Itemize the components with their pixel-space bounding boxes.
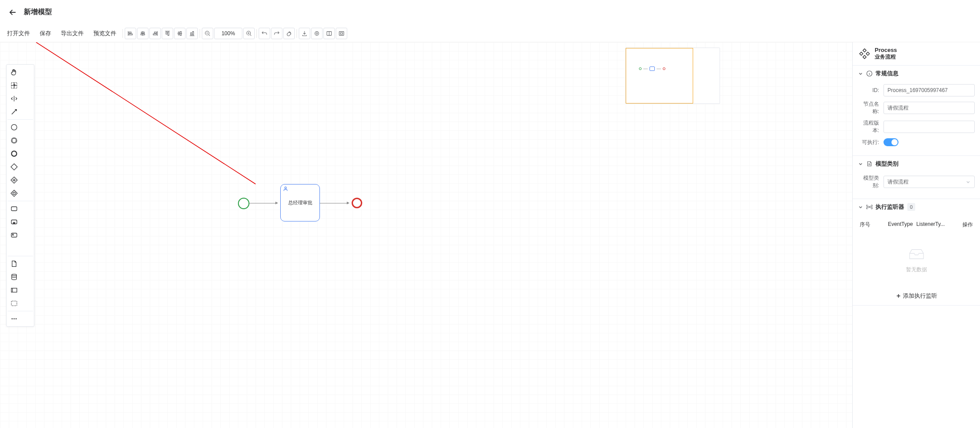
category-select[interactable]: 请假流程 [883, 176, 975, 188]
align-top-button[interactable] [162, 28, 173, 39]
download-image-button[interactable] [299, 28, 310, 39]
version-input[interactable] [883, 121, 975, 133]
space-tool[interactable] [7, 92, 21, 105]
save-button[interactable]: 保存 [35, 28, 56, 39]
hand-tool[interactable] [7, 66, 21, 79]
lasso-tool[interactable] [7, 79, 21, 92]
props-title: Process [875, 47, 897, 53]
bpmn-end-event[interactable] [352, 198, 362, 208]
view-xml-button[interactable] [311, 28, 323, 39]
data-store-tool[interactable] [7, 270, 21, 284]
preview-file-button[interactable]: 预览文件 [89, 28, 121, 39]
version-label: 流程版本: [858, 119, 883, 134]
data-object-tool[interactable] [7, 257, 21, 270]
minimap[interactable] [625, 48, 720, 104]
section-toggle-general[interactable]: 常规信息 [853, 66, 980, 81]
pool-tool[interactable] [7, 284, 21, 297]
more-tools[interactable] [7, 312, 21, 325]
start-event-tool[interactable] [7, 121, 21, 134]
svg-point-21 [12, 274, 17, 276]
gateway-circle-tool[interactable] [7, 187, 21, 200]
section-toggle-listener[interactable]: 执行监听器 0 [853, 199, 980, 215]
svg-point-2 [315, 31, 319, 35]
name-label: 节点名称: [858, 100, 883, 115]
col-type: ListenerTy... [915, 221, 947, 229]
col-event: EventType [886, 221, 915, 229]
svg-point-24 [11, 318, 13, 320]
annotation-arrow [0, 42, 264, 188]
align-left-button[interactable] [125, 28, 136, 39]
table-header: 序号 EventType ListenerTy... 操作 [858, 218, 975, 232]
export-file-button[interactable]: 导出文件 [56, 28, 88, 39]
props-subtitle: 业务流程 [875, 53, 897, 61]
executable-switch[interactable] [883, 138, 898, 146]
intermediate-event-tool[interactable] [7, 134, 21, 147]
svg-point-3 [316, 33, 318, 34]
connect-tool[interactable] [7, 105, 21, 118]
svg-point-25 [14, 318, 15, 320]
bpmn-canvas[interactable]: 总经理审批 [0, 42, 852, 428]
svg-point-26 [15, 318, 17, 320]
col-index: 序号 [858, 221, 886, 229]
undo-button[interactable] [259, 28, 270, 39]
svg-point-27 [285, 187, 286, 188]
user-icon [282, 186, 289, 192]
svg-rect-6 [340, 33, 342, 34]
zoom-out-button[interactable] [202, 28, 213, 39]
empty-text: 暂无数据 [858, 266, 975, 273]
id-label: ID: [858, 87, 883, 93]
svg-point-29 [869, 207, 870, 208]
process-icon [859, 48, 870, 59]
subprocess-tool[interactable] [7, 215, 21, 229]
task-label: 总经理审批 [288, 199, 312, 206]
bpmn-start-event[interactable] [238, 198, 249, 209]
empty-state: 暂无数据 [858, 232, 975, 281]
empty-icon [907, 248, 926, 261]
section-title-general: 常规信息 [876, 70, 898, 77]
toggle-minimap-button[interactable] [323, 28, 335, 39]
end-event-tool[interactable] [7, 147, 21, 160]
col-op: 操作 [947, 221, 975, 229]
chevron-down-icon [858, 71, 863, 76]
simulate-button[interactable] [336, 28, 347, 39]
shape-palette [6, 64, 34, 327]
svg-rect-23 [11, 301, 17, 306]
document-icon [866, 161, 872, 167]
bpmn-sequence-flow[interactable] [249, 203, 278, 203]
section-title-listener: 执行监听器 [876, 203, 904, 211]
listener-count-badge: 0 [907, 203, 915, 211]
svg-rect-22 [11, 288, 17, 292]
align-bottom-button[interactable] [186, 28, 198, 39]
chevron-down-icon [965, 179, 971, 184]
zoom-in-button[interactable] [243, 28, 255, 39]
back-arrow-icon[interactable] [8, 7, 18, 17]
clear-button[interactable] [283, 28, 295, 39]
task-tool[interactable] [7, 202, 21, 215]
open-file-button[interactable]: 打开文件 [3, 28, 34, 39]
redo-button[interactable] [271, 28, 282, 39]
align-center-h-button[interactable] [137, 28, 148, 39]
page-title: 新增模型 [24, 7, 52, 17]
bpmn-user-task[interactable]: 总经理审批 [280, 184, 320, 221]
toolbar: 打开文件 保存 导出文件 预览文件 100% [0, 25, 980, 42]
align-center-v-button[interactable] [174, 28, 186, 39]
broadcast-icon [866, 204, 872, 210]
chevron-down-icon [858, 161, 863, 166]
align-right-button[interactable] [149, 28, 161, 39]
group-tool[interactable] [7, 297, 21, 310]
name-input[interactable] [883, 102, 975, 114]
add-listener-button[interactable]: 添加执行监听 [853, 287, 980, 305]
svg-point-15 [13, 192, 15, 194]
add-listener-label: 添加执行监听 [903, 292, 937, 300]
svg-line-7 [36, 42, 256, 184]
plus-icon [896, 293, 901, 299]
user-task-tool[interactable] [7, 229, 21, 242]
svg-rect-5 [339, 31, 344, 35]
gateway-tool[interactable] [7, 160, 21, 173]
section-toggle-category[interactable]: 模型类别 [853, 156, 980, 172]
executable-label: 可执行: [858, 139, 883, 146]
id-input[interactable] [883, 84, 975, 96]
gateway-plus-tool[interactable] [7, 173, 21, 187]
properties-panel: Process 业务流程 常规信息 ID: 节点名称: [852, 42, 980, 428]
bpmn-sequence-flow[interactable] [320, 203, 349, 203]
